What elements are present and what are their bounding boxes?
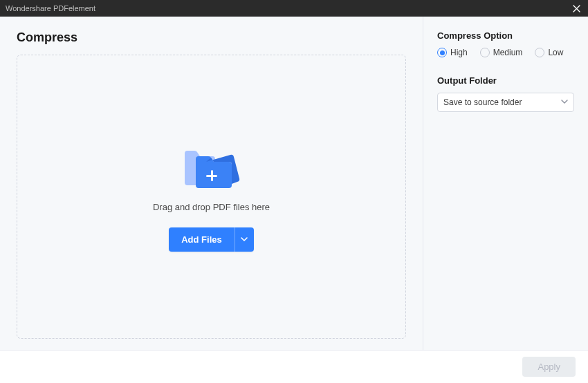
window-close-button[interactable]: [570, 2, 582, 15]
main-content: Compress Drag and drop PDF files here Ad…: [0, 17, 588, 350]
page-title: Compress: [17, 30, 406, 45]
radio-icon: [535, 48, 544, 57]
window-title: Wondershare PDFelement: [6, 4, 95, 12]
footer-bar: Apply: [0, 350, 588, 383]
add-files-group: Add Files: [169, 227, 254, 252]
apply-button[interactable]: Apply: [522, 357, 576, 377]
add-files-dropdown-button[interactable]: [235, 227, 254, 252]
chevron-down-icon: [241, 236, 248, 243]
add-files-button[interactable]: Add Files: [169, 227, 235, 252]
file-dropzone[interactable]: Drag and drop PDF files here Add Files: [17, 55, 406, 339]
chevron-down-icon: [561, 97, 568, 107]
output-folder-select[interactable]: Save to source folder: [437, 93, 574, 112]
radio-label: Medium: [493, 48, 523, 57]
left-pane: Compress Drag and drop PDF files here Ad…: [0, 17, 423, 350]
options-pane: Compress Option High Medium Low Output F…: [423, 17, 588, 350]
folder-add-icon: [181, 142, 243, 191]
svg-rect-1: [206, 175, 217, 177]
close-icon: [573, 5, 580, 12]
radio-label: Low: [548, 48, 563, 57]
compress-level-low[interactable]: Low: [535, 48, 563, 57]
output-folder-value: Save to source folder: [443, 97, 522, 107]
compress-option-heading: Compress Option: [437, 30, 574, 41]
window-titlebar: Wondershare PDFelement: [0, 0, 588, 17]
compress-level-medium[interactable]: Medium: [480, 48, 523, 57]
output-folder-heading: Output Folder: [437, 75, 574, 86]
compress-level-high[interactable]: High: [437, 48, 468, 57]
compress-level-group: High Medium Low: [437, 48, 574, 57]
radio-icon: [437, 48, 447, 57]
radio-label: High: [450, 48, 468, 57]
dropzone-hint: Drag and drop PDF files here: [153, 202, 270, 212]
radio-icon: [480, 48, 490, 57]
